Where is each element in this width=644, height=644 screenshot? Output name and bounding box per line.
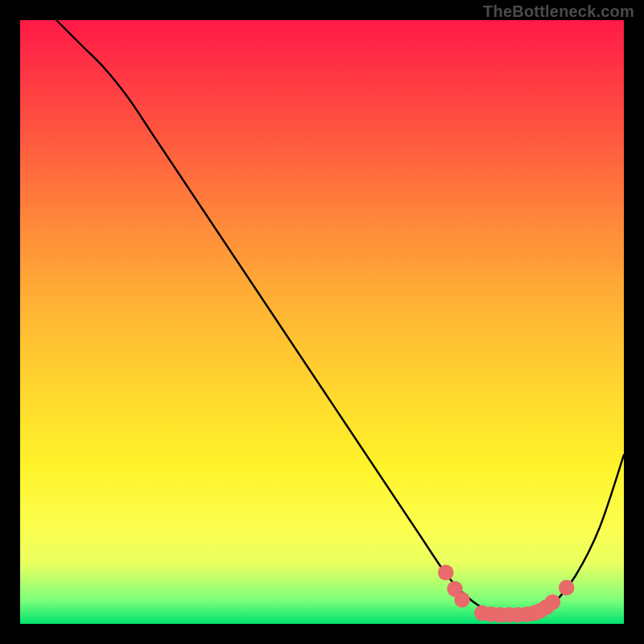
data-marker <box>545 594 561 610</box>
data-marker <box>454 592 470 608</box>
plot-area <box>20 20 624 624</box>
chart-stage: TheBottleneck.com <box>0 0 644 644</box>
curve-path <box>56 20 624 615</box>
marker-layer <box>438 565 575 623</box>
data-marker <box>438 565 454 581</box>
data-marker <box>559 580 575 596</box>
curve-layer <box>20 20 624 624</box>
watermark-text: TheBottleneck.com <box>483 2 634 21</box>
